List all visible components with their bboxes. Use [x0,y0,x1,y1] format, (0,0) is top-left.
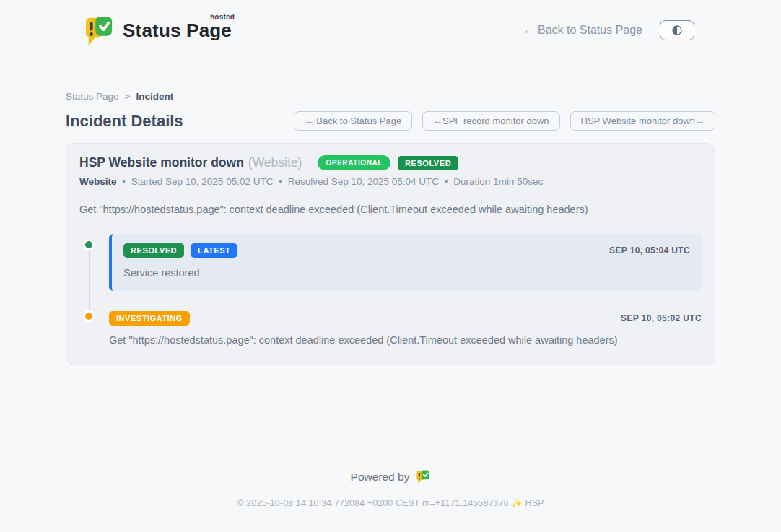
powered-by-logo-icon[interactable] [416,469,430,484]
resolved-badge: RESOLVED [398,156,458,170]
operational-badge: OPERATIONAL [318,155,390,170]
incident-title-row: HSP Website monitor down (Website) OPERA… [79,155,702,170]
meta-duration: Duration 1min 50sec [453,176,543,187]
incident-status-badges: OPERATIONAL RESOLVED [318,155,458,170]
footer: Powered by © 2025-10-08 14:10:34.772084 … [0,469,781,508]
timeline-dot-investigating [83,310,95,322]
timeline-timestamp: SEP 10, 05:04 UTC [609,245,690,256]
page-title: Incident Details [66,112,183,131]
timeline-investigating-badge: INVESTIGATING [109,311,190,326]
theme-toggle-button[interactable] [660,20,694,40]
brand-name: hosted Status Page [123,19,235,42]
incident-meta: Website • Started Sep 10, 2025 05:02 UTC… [79,176,702,187]
back-to-status-page-button[interactable]: ← Back to Status Page [294,111,412,131]
title-row: Incident Details ← Back to Status Page ←… [66,111,715,131]
incident-component: (Website) [248,155,302,170]
meta-separator: • [122,176,126,187]
header-right: ← Back to Status Page [523,20,694,40]
timeline-entry-card: RESOLVED LATEST SEP 10, 05:04 UTC Servic… [109,234,702,291]
contrast-half-circle-icon [671,24,684,37]
meta-separator: • [445,176,448,187]
meta-component: Website [79,176,117,187]
timeline-badge-row: INVESTIGATING SEP 10, 05:02 UTC [109,311,702,326]
timeline-badge-row: RESOLVED LATEST SEP 10, 05:04 UTC [123,243,690,258]
powered-by-row: Powered by [0,469,781,484]
header-back-link[interactable]: ← Back to Status Page [523,24,642,37]
timeline-resolved-badge: RESOLVED [123,243,184,258]
incident-description: Get "https://hostedstatus.page": context… [79,204,702,215]
timeline-entry-resolved: RESOLVED LATEST SEP 10, 05:04 UTC Servic… [79,234,702,291]
timeline-dot-resolved [83,239,95,250]
prev-incident-button[interactable]: ←SPF record monitor down [422,111,559,131]
breadcrumb-status-page[interactable]: Status Page [66,91,119,102]
header: hosted Status Page ← Back to Status Page [0,0,781,49]
meta-separator: • [279,176,282,187]
brand-superscript: hosted [210,13,235,21]
incident-card: HSP Website monitor down (Website) OPERA… [66,143,715,365]
next-incident-button[interactable]: HSP Website monitor down→ [570,111,715,131]
main-content: Status Page > Incident Incident Details … [66,91,715,365]
incident-timeline: RESOLVED LATEST SEP 10, 05:04 UTC Servic… [79,234,702,346]
breadcrumb: Status Page > Incident [66,91,715,102]
breadcrumb-incident: Incident [136,91,173,102]
status-page-logo-icon [84,14,114,46]
brand-logo[interactable]: hosted Status Page [84,14,235,46]
incident-nav-buttons: ← Back to Status Page ←SPF record monito… [294,111,715,131]
meta-resolved: Resolved Sep 10, 2025 05:04 UTC [288,176,439,187]
powered-by-label: Powered by [351,471,410,484]
timeline-message: Service restored [123,267,690,279]
timeline-timestamp: SEP 10, 05:02 UTC [621,313,702,323]
timeline-message: Get "https://hostedstatus.page": context… [109,334,702,346]
brand-name-text: Status Page [123,19,232,41]
copyright-line: © 2025-10-08 14:10:34.772084 +0200 CEST … [0,497,781,508]
timeline-entry-investigating: INVESTIGATING SEP 10, 05:02 UTC Get "htt… [79,311,702,346]
incident-title: HSP Website monitor down [79,155,244,170]
timeline-latest-badge: LATEST [191,243,237,258]
breadcrumb-separator: > [125,91,131,102]
meta-started: Started Sep 10, 2025 05:02 UTC [131,176,274,187]
